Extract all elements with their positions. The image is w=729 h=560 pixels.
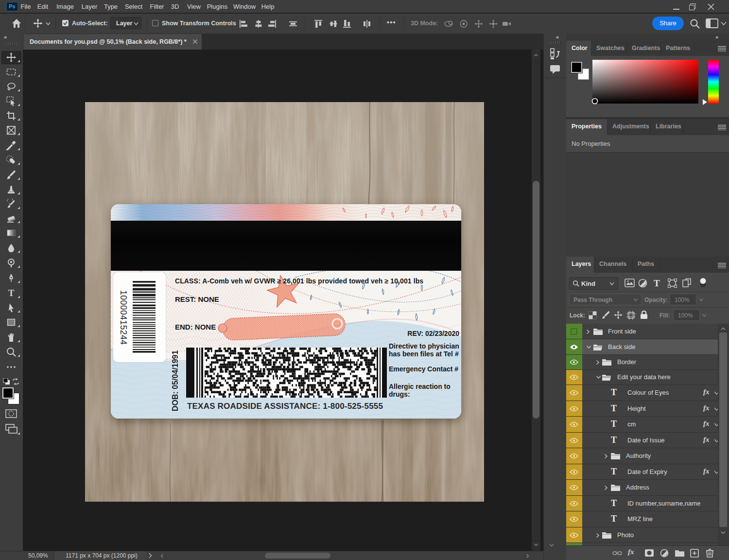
svg-text:T: T: [8, 288, 15, 298]
